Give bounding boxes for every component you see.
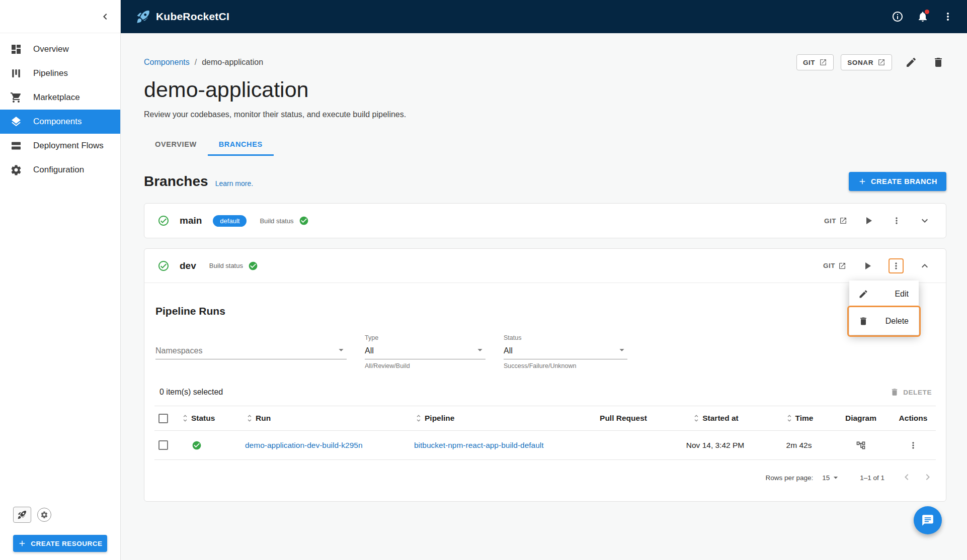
edit-component-button[interactable]	[903, 54, 919, 70]
trigger-build-button[interactable]	[860, 213, 876, 229]
chevron-down-icon	[919, 215, 931, 227]
chat-fab[interactable]	[914, 506, 942, 534]
breadcrumb: Components / demo-application	[144, 58, 263, 67]
branch-status-success-icon	[157, 215, 170, 227]
column-header-run[interactable]: Run	[256, 414, 271, 423]
sidebar-item-label: Pipelines	[33, 68, 68, 78]
learn-more-link[interactable]: Learn more.	[215, 179, 253, 188]
breadcrumb-current: demo-application	[202, 58, 263, 67]
tabs: OVERVIEW BRANCHES	[144, 133, 946, 156]
create-resource-button[interactable]: CREATE RESOURCE	[13, 535, 107, 552]
sidebar-item-components[interactable]: Components	[0, 110, 120, 134]
notification-dot	[925, 10, 929, 14]
sidebar-item-deployment-flows[interactable]: Deployment Flows	[0, 134, 120, 158]
branch-git-link[interactable]: GIT	[824, 217, 847, 225]
chevron-right-icon	[922, 471, 934, 483]
kebab-icon	[908, 440, 918, 450]
dropdown-arrow-icon	[831, 473, 841, 483]
run-link[interactable]: demo-application-dev-build-k295n	[245, 441, 363, 450]
menu-item-label: Delete	[885, 317, 909, 326]
sonar-link-button[interactable]: SONAR	[841, 54, 892, 70]
sidebar-item-configuration[interactable]: Configuration	[0, 158, 120, 182]
collapse-branch-button[interactable]	[917, 258, 933, 274]
tab-overview[interactable]: OVERVIEW	[144, 133, 208, 156]
diagram-icon	[856, 440, 866, 450]
branch-kebab-button-highlighted[interactable]	[889, 258, 904, 273]
select-all-checkbox[interactable]	[158, 414, 168, 423]
breadcrumb-components-link[interactable]: Components	[144, 58, 190, 67]
branches-title: Branches	[144, 173, 208, 190]
create-branch-button[interactable]: CREATE BRANCH	[849, 172, 946, 191]
notifications-button[interactable]	[917, 11, 929, 23]
tab-branches[interactable]: BRANCHES	[208, 133, 274, 156]
sort-icon[interactable]	[785, 414, 794, 423]
rocket-logo-icon	[136, 9, 151, 24]
filter-label	[155, 334, 347, 343]
chevron-left-icon	[99, 11, 111, 23]
sidebar-item-label: Deployment Flows	[33, 141, 104, 151]
sort-icon[interactable]	[181, 414, 190, 423]
type-filter-helper: All/Review/Build	[365, 362, 486, 370]
branches-section-header: Branches Learn more. CREATE BRANCH	[144, 172, 946, 191]
column-header-started-at[interactable]: Started at	[702, 414, 739, 423]
column-header-time[interactable]: Time	[795, 414, 814, 423]
type-select[interactable]: Type All All/Review/Build	[365, 334, 486, 370]
sidebar-item-marketplace[interactable]: Marketplace	[0, 85, 120, 110]
status-select[interactable]: Status All Success/Failure/Unknown	[504, 334, 627, 370]
status-filter-label: Status	[504, 334, 627, 343]
sidebar-item-label: Overview	[33, 44, 69, 54]
delete-component-button[interactable]	[930, 54, 946, 70]
column-header-status[interactable]: Status	[191, 414, 215, 423]
sort-icon[interactable]	[692, 414, 701, 423]
row-actions-kebab-button[interactable]	[906, 438, 920, 452]
cluster-settings-button[interactable]	[35, 507, 53, 523]
branch-context-menu: Edit Delete	[849, 281, 919, 335]
sidebar-item-overview[interactable]: Overview	[0, 37, 120, 61]
previous-page-button[interactable]	[901, 471, 913, 485]
gear-icon	[10, 164, 22, 176]
sidebar-item-label: Marketplace	[33, 92, 80, 103]
branch-card-dev: dev Build status GIT	[144, 248, 946, 502]
sidebar-collapse-button[interactable]	[99, 11, 111, 23]
breadcrumb-row: Components / demo-application GIT SONAR	[144, 54, 946, 70]
selected-count-text: 0 item(s) selected	[159, 388, 223, 397]
gear-badge	[37, 508, 51, 522]
table-pagination: Rows per page: 15 1–1 of 1	[154, 465, 936, 490]
bulk-delete-button[interactable]: DELETE	[890, 388, 932, 397]
pipeline-link[interactable]: bitbucket-npm-react-app-build-default	[414, 441, 544, 450]
menu-item-delete[interactable]: Delete	[849, 308, 919, 335]
row-checkbox[interactable]	[158, 440, 168, 450]
external-link-icon	[819, 58, 827, 66]
sort-icon[interactable]	[245, 414, 254, 423]
appbar-kebab-button[interactable]	[942, 11, 954, 23]
external-link-icon	[877, 58, 885, 66]
info-button[interactable]	[892, 11, 904, 23]
trigger-build-button[interactable]	[859, 258, 875, 274]
next-page-button[interactable]	[922, 471, 934, 485]
info-icon	[892, 11, 904, 23]
sort-icon[interactable]	[414, 414, 423, 423]
page-description: Review your codebases, monitor their sta…	[144, 110, 946, 119]
git-link-button[interactable]: GIT	[796, 54, 834, 70]
breadcrumb-separator: /	[195, 58, 197, 67]
trash-icon	[932, 56, 944, 68]
sidebar-item-pipelines[interactable]: Pipelines	[0, 61, 120, 85]
menu-item-edit[interactable]: Edit	[849, 281, 919, 308]
kebab-icon	[891, 261, 901, 271]
branch-kebab-button[interactable]	[890, 214, 904, 228]
rows-per-page-select[interactable]: 15	[822, 473, 841, 483]
gear-icon	[40, 511, 48, 519]
build-status-label: Build status	[209, 262, 243, 269]
namespaces-select[interactable]: Namespaces	[155, 334, 347, 370]
play-icon	[861, 260, 873, 272]
column-header-pipeline[interactable]: Pipeline	[425, 414, 454, 423]
build-success-icon	[248, 261, 258, 271]
sidebar-tools	[13, 507, 107, 523]
branch-git-link[interactable]: GIT	[823, 262, 846, 270]
portal-mode-button[interactable]	[13, 507, 31, 523]
status-filter-helper: Success/Failure/Unknown	[504, 362, 627, 370]
expand-branch-button[interactable]	[917, 213, 933, 229]
build-success-icon	[299, 216, 309, 226]
diagram-button[interactable]	[854, 438, 868, 452]
started-at-cell: Nov 14, 3:42 PM	[686, 441, 744, 450]
